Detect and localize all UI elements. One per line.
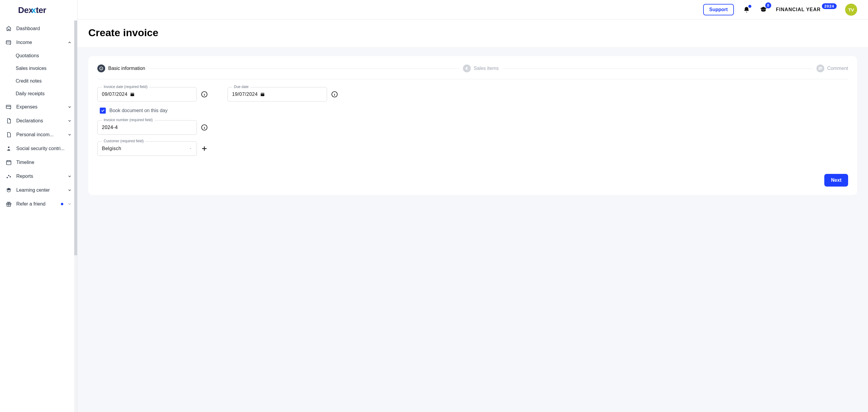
financial-year-label: FINANCIAL YEAR bbox=[776, 7, 821, 12]
step-divider bbox=[502, 68, 813, 69]
brand-logo[interactable]: Dexxter bbox=[0, 0, 77, 21]
euro-icon bbox=[463, 64, 471, 72]
graduation-icon bbox=[5, 187, 12, 193]
svg-point-2 bbox=[8, 147, 10, 148]
sidebar-item-learning-center[interactable]: Learning center bbox=[0, 183, 77, 197]
info-icon bbox=[97, 64, 105, 72]
step-label: Basic information bbox=[108, 66, 145, 71]
sidebar-item-daily-receipts[interactable]: Daily receipts bbox=[0, 87, 77, 100]
main: Support 0 FINANCIAL YEAR 2024 TV Create … bbox=[77, 0, 868, 412]
customer-select[interactable]: Customer (required field) Belgisch bbox=[97, 141, 197, 156]
svg-point-6 bbox=[10, 176, 11, 178]
sidebar-item-social-security[interactable]: Social security contri... bbox=[0, 141, 77, 156]
sidebar-item-sales-invoices[interactable]: Sales invoices bbox=[0, 62, 77, 75]
card-footer: Next bbox=[97, 174, 848, 187]
sidebar-item-label: Reports bbox=[16, 173, 63, 179]
sidebar-item-personal-income[interactable]: Personal incom... bbox=[0, 128, 77, 141]
sidebar-item-label: Daily receipts bbox=[16, 91, 72, 96]
sidebar-scroll[interactable]: Dashboard Income Quotations Sales invoic… bbox=[0, 21, 77, 412]
svg-point-4 bbox=[7, 177, 8, 178]
field-label: Due date bbox=[232, 85, 250, 89]
income-icon bbox=[5, 39, 12, 46]
field-label: Invoice date (required field) bbox=[102, 85, 149, 89]
comment-icon bbox=[816, 64, 824, 72]
page-header: Create invoice bbox=[78, 20, 868, 47]
step-comment[interactable]: Comment bbox=[816, 64, 848, 72]
book-checkbox-row: Book document on this day bbox=[100, 107, 848, 114]
book-checkbox[interactable] bbox=[100, 107, 106, 114]
support-button[interactable]: Support bbox=[703, 4, 734, 15]
sidebar-item-label: Refer a friend bbox=[16, 201, 57, 207]
calendar-icon[interactable] bbox=[130, 92, 135, 97]
step-basic-information[interactable]: Basic information bbox=[97, 64, 145, 72]
due-date-field[interactable]: Due date 19/07/2024 bbox=[227, 87, 327, 102]
step-divider bbox=[149, 68, 459, 69]
svg-rect-0 bbox=[6, 41, 11, 44]
svg-point-5 bbox=[8, 175, 9, 176]
financial-year[interactable]: FINANCIAL YEAR 2024 bbox=[776, 7, 837, 13]
gift-icon bbox=[5, 201, 12, 208]
divider bbox=[97, 79, 848, 79]
info-icon[interactable] bbox=[201, 91, 208, 98]
step-label: Comment bbox=[827, 66, 848, 71]
financial-year-badge: 2024 bbox=[822, 3, 837, 9]
sidebar-item-label: Sales invoices bbox=[16, 66, 72, 71]
invoice-date-field[interactable]: Invoice date (required field) 09/07/2024 bbox=[97, 87, 197, 102]
notifications-button[interactable] bbox=[742, 5, 751, 14]
step-sales-items[interactable]: Sales items bbox=[463, 64, 499, 72]
sidebar-item-reports[interactable]: Reports bbox=[0, 169, 77, 183]
learning-button[interactable]: 0 bbox=[759, 5, 768, 14]
add-customer-button[interactable] bbox=[201, 145, 208, 152]
field-label: Customer (required field) bbox=[102, 139, 146, 143]
brand-name: Dexxter bbox=[18, 5, 46, 15]
sidebar-item-refer-friend[interactable]: Refer a friend bbox=[0, 197, 77, 211]
invoice-date-value: 09/07/2024 bbox=[102, 92, 127, 97]
content-area: Basic information Sales items bbox=[78, 47, 868, 412]
form-card: Basic information Sales items bbox=[88, 56, 857, 195]
sidebar-item-dashboard[interactable]: Dashboard bbox=[0, 22, 77, 36]
form-row-invoice-number: Invoice number (required field) bbox=[97, 120, 848, 135]
sidebar-item-income[interactable]: Income bbox=[0, 36, 77, 50]
chevron-down-icon bbox=[67, 119, 72, 123]
field-label: Invoice number (required field) bbox=[102, 118, 155, 122]
sidebar-item-label: Personal incom... bbox=[16, 132, 63, 137]
book-checkbox-label: Book document on this day bbox=[110, 108, 167, 113]
chart-icon bbox=[5, 173, 12, 180]
sidebar-item-declarations[interactable]: Declarations bbox=[0, 114, 77, 128]
chevron-up-icon bbox=[67, 40, 72, 44]
avatar[interactable]: TV bbox=[845, 4, 857, 16]
notification-dot-icon bbox=[61, 203, 63, 205]
chevron-down-icon bbox=[67, 133, 72, 137]
invoice-number-input[interactable] bbox=[98, 121, 196, 134]
page-title: Create invoice bbox=[88, 27, 857, 39]
sidebar-item-label: Learning center bbox=[16, 187, 63, 193]
home-icon bbox=[5, 25, 12, 32]
svg-rect-13 bbox=[261, 93, 264, 96]
sidebar-item-label: Income bbox=[16, 40, 63, 45]
sidebar-item-quotations[interactable]: Quotations bbox=[0, 50, 77, 62]
info-icon[interactable] bbox=[201, 124, 208, 131]
sidebar-item-credit-notes[interactable]: Credit notes bbox=[0, 75, 77, 87]
next-button[interactable]: Next bbox=[824, 174, 848, 187]
count-badge: 0 bbox=[765, 2, 771, 8]
sidebar-item-expenses[interactable]: Expenses bbox=[0, 100, 77, 114]
sidebar-item-label: Expenses bbox=[16, 104, 63, 110]
svg-rect-1 bbox=[6, 105, 11, 108]
invoice-number-field[interactable]: Invoice number (required field) bbox=[97, 120, 197, 135]
expenses-icon bbox=[5, 104, 12, 110]
file-icon bbox=[5, 131, 12, 138]
form-row-customer: Customer (required field) Belgisch bbox=[97, 141, 848, 156]
sidebar-item-timeline[interactable]: Timeline bbox=[0, 156, 77, 169]
document-icon bbox=[5, 118, 12, 124]
sidebar-item-label: Declarations bbox=[16, 118, 63, 124]
chevron-down-icon bbox=[67, 188, 72, 192]
check-icon bbox=[101, 108, 105, 113]
sidebar-item-label: Credit notes bbox=[16, 78, 72, 84]
info-icon[interactable] bbox=[331, 91, 338, 98]
step-label: Sales items bbox=[474, 66, 499, 71]
stepper: Basic information Sales items bbox=[97, 64, 848, 72]
sidebar-item-label: Quotations bbox=[16, 53, 72, 59]
sidebar-item-label: Timeline bbox=[16, 160, 72, 165]
sidebar-item-label: Dashboard bbox=[16, 26, 72, 31]
calendar-icon[interactable] bbox=[260, 92, 265, 97]
